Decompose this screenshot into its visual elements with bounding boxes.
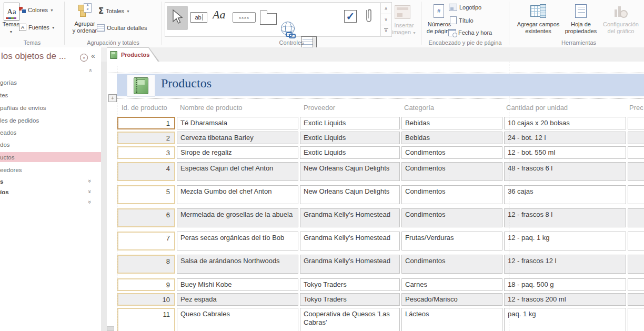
fonts-button[interactable]: A Fuentes ▼: [19, 24, 55, 31]
insert-image-button[interactable]: Insertarimagen ▼: [390, 22, 418, 36]
table-cell-id[interactable]: 8: [117, 255, 175, 274]
table-cell-id[interactable]: 5: [117, 185, 175, 204]
gallery-scroll-up[interactable]: ∧: [380, 3, 391, 14]
table-cell-cantidad[interactable]: 12 - frascos 8 l: [504, 208, 626, 227]
table-cell-precio[interactable]: [628, 132, 644, 144]
table-cell-precio[interactable]: [628, 293, 644, 306]
logo-button[interactable]: Logotipo: [449, 4, 481, 11]
nav-group-header[interactable]: íos: [0, 189, 9, 195]
select-tool-icon[interactable]: [170, 9, 184, 26]
column-header[interactable]: Nombre de producto: [180, 104, 243, 112]
button-tool-icon[interactable]: xxxx: [233, 12, 256, 23]
table-cell-id[interactable]: 11: [117, 308, 175, 331]
table-cell-proveedor[interactable]: Grandma Kelly's Homestead: [300, 232, 400, 250]
title-button[interactable]: Título: [450, 16, 474, 24]
table-cell-categoria[interactable]: Condimentos: [401, 208, 502, 227]
table-cell-proveedor[interactable]: New Orleans Cajun Delights: [300, 185, 400, 204]
nav-menu-dropdown-icon[interactable]: ∨: [80, 54, 88, 62]
expand-group-icon[interactable]: »: [87, 179, 93, 183]
table-cell-cantidad[interactable]: 36 cajas: [504, 185, 626, 204]
attachment-tool-icon[interactable]: [364, 7, 373, 26]
column-header[interactable]: Id. de producto: [122, 104, 167, 112]
expand-group-icon[interactable]: »: [87, 190, 93, 193]
table-cell-proveedor[interactable]: Grandma Kelly's Homestead: [300, 208, 400, 227]
group-sort-button[interactable]: Agrupary ordenar: [69, 21, 100, 34]
table-cell-categoria[interactable]: Condimentos: [401, 255, 502, 274]
gallery-scroll-down[interactable]: ∨: [380, 14, 391, 25]
textbox-tool-icon[interactable]: ab: [190, 12, 207, 23]
nav-item[interactable]: les de pedidos: [0, 117, 39, 124]
column-header[interactable]: Proveedor: [304, 104, 335, 112]
table-cell-nombre[interactable]: Pez espada: [177, 293, 298, 306]
table-cell-precio[interactable]: [628, 232, 644, 250]
table-cell-proveedor[interactable]: New Orleans Cajun Delights: [300, 162, 400, 181]
table-cell-cantidad[interactable]: 12 - paq. 1 kg: [504, 232, 626, 250]
nav-item[interactable]: eedores: [0, 167, 22, 173]
table-cell-cantidad[interactable]: 12 - bot. 550 ml: [504, 146, 626, 159]
property-sheet-button[interactable]: Hoja depropiedades: [564, 21, 598, 35]
table-cell-categoria[interactable]: Bebidas: [401, 117, 502, 129]
table-cell-categoria[interactable]: Condimentos: [401, 162, 502, 181]
nav-item[interactable]: eados: [0, 129, 16, 136]
column-header[interactable]: Categoría: [404, 104, 434, 112]
table-cell-proveedor[interactable]: Exotic Liquids: [300, 117, 400, 129]
table-cell-id[interactable]: 1: [117, 117, 175, 129]
table-cell-precio[interactable]: [628, 255, 644, 274]
hyperlink-tool-icon[interactable]: [281, 22, 295, 35]
report-title[interactable]: Productos: [161, 76, 212, 91]
table-cell-cantidad[interactable]: 10 cajas x 20 bolsas: [504, 117, 626, 129]
nav-item[interactable]: gorías: [0, 79, 17, 86]
table-cell-precio[interactable]: [628, 308, 644, 331]
date-time-button[interactable]: Fecha y hora: [448, 29, 492, 36]
table-cell-proveedor[interactable]: Exotic Liquids: [300, 146, 400, 159]
table-cell-cantidad[interactable]: paq. 1 kg: [504, 308, 626, 331]
table-cell-categoria[interactable]: Pescado/Marisco: [401, 293, 502, 306]
themes-button[interactable]: Temas ▼: [1, 21, 21, 35]
table-cell-precio[interactable]: [628, 146, 644, 159]
totals-button[interactable]: Σ Totales ▼: [98, 6, 130, 16]
themes-icon[interactable]: Aa: [4, 3, 19, 21]
table-cell-categoria[interactable]: Condimentos: [401, 185, 502, 204]
nav-group-header[interactable]: s: [0, 178, 3, 185]
table-cell-id[interactable]: 2: [117, 132, 175, 144]
table-cell-nombre[interactable]: Especias Cajun del chef Anton: [177, 162, 298, 181]
nav-item[interactable]: tes: [0, 92, 8, 98]
nav-item[interactable]: pañías de envíos: [0, 105, 46, 111]
table-cell-categoria[interactable]: Frutas/Verduras: [401, 232, 502, 250]
gallery-more-button[interactable]: ∨: [380, 25, 391, 36]
label-tool-icon[interactable]: Aa: [213, 8, 225, 22]
table-cell-id[interactable]: 7: [117, 232, 175, 250]
tab-control-tool-icon[interactable]: [260, 13, 277, 25]
table-cell-nombre[interactable]: Peras secas orgánicas del tío Bob: [177, 232, 298, 250]
table-cell-categoria[interactable]: Carnes: [401, 278, 502, 291]
collapse-all-icon[interactable]: »: [87, 69, 93, 72]
table-cell-cantidad[interactable]: 24 - bot. 12 l: [504, 132, 626, 144]
table-cell-precio[interactable]: [628, 162, 644, 181]
table-cell-id[interactable]: 10: [117, 293, 175, 306]
table-cell-categoria[interactable]: Lácteos: [401, 308, 502, 331]
shutter-close-icon[interactable]: «: [91, 52, 95, 60]
table-cell-precio[interactable]: [628, 117, 644, 129]
table-cell-nombre[interactable]: Mezcla Gumbo del chef Anton: [177, 185, 298, 204]
table-cell-proveedor[interactable]: Tokyo Traders: [300, 293, 400, 306]
table-cell-cantidad[interactable]: 12 - frascos 200 ml: [504, 293, 626, 306]
table-cell-proveedor[interactable]: Tokyo Traders: [300, 278, 400, 291]
table-cell-id[interactable]: 4: [117, 162, 175, 181]
table-cell-nombre[interactable]: Sirope de regaliz: [177, 146, 298, 159]
table-cell-cantidad[interactable]: 12 - frascos 12 l: [504, 255, 626, 274]
table-cell-id[interactable]: 6: [117, 208, 175, 227]
hide-details-button[interactable]: Ocultar detalles: [97, 24, 147, 32]
table-cell-id[interactable]: 3: [117, 146, 175, 159]
add-existing-fields-button[interactable]: Agregar camposexistentes: [517, 21, 560, 35]
table-cell-proveedor[interactable]: Cooperativa de Quesos 'Las Cabras': [300, 308, 400, 331]
table-cell-nombre[interactable]: Buey Mishi Kobe: [177, 278, 298, 291]
colors-button[interactable]: Colores ▼: [19, 7, 54, 13]
table-cell-precio[interactable]: [628, 278, 644, 291]
expand-group-icon[interactable]: »: [87, 200, 93, 204]
table-cell-nombre[interactable]: Té Dharamsala: [177, 117, 298, 129]
table-cell-categoria[interactable]: Condimentos: [401, 146, 502, 159]
table-cell-proveedor[interactable]: Grandma Kelly's Homestead: [300, 255, 400, 274]
table-cell-nombre[interactable]: Cerveza tibetana Barley: [177, 132, 298, 144]
column-header[interactable]: Prec: [629, 104, 643, 112]
table-cell-cantidad[interactable]: 18 - paq. 500 g: [504, 278, 626, 291]
